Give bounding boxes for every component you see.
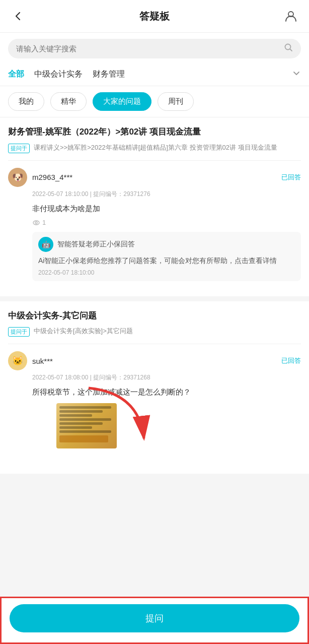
qa-user-1: 🐶 m2963_4***	[8, 168, 72, 187]
back-button[interactable]	[10, 8, 26, 24]
qa-item-1[interactable]: 🐶 m2963_4*** 已回答 2022-05-07 18:10:00 | 提…	[8, 160, 301, 288]
status-badge-1: 已回答	[281, 173, 301, 182]
block-1-meta: 提问于 课程讲义>>姚军胜>2022年基础精讲[超值精品]第六章 投资管理第02…	[8, 143, 301, 153]
category-bar: 全部 中级会计实务 财务管理	[0, 65, 309, 86]
filter-weekly[interactable]: 周刊	[158, 92, 194, 111]
qa-question-text-1: 非付现成本为啥是加	[8, 203, 301, 215]
page-title: 答疑板	[139, 10, 170, 23]
screenshot-thumbnail[interactable]	[56, 403, 117, 448]
avatar-1: 🐶	[8, 168, 27, 187]
search-input[interactable]	[16, 44, 280, 53]
svg-point-3	[35, 222, 37, 224]
app-container: 答疑板 全部 中级会计实务 财务管理	[0, 0, 309, 539]
svg-point-2	[33, 221, 39, 225]
qa-header-2: 🐱 suk*** 已回答	[8, 351, 301, 370]
filter-highlight[interactable]: 精华	[50, 92, 87, 111]
qa-question-text-2: 所得税章节，这个加加减减这一是怎么判断的？	[8, 386, 301, 398]
qa-info-2: 2022-05-07 18:08:00 | 提问编号：29371268	[8, 373, 301, 382]
category-more-icon[interactable]	[292, 69, 301, 80]
tag-tip-2: 提问于	[8, 327, 30, 337]
category-financial-management[interactable]: 财务管理	[93, 69, 125, 80]
qa-item-2[interactable]: 🐱 suk*** 已回答 2022-05-07 18:08:00 | 提问编号：…	[8, 344, 301, 466]
view-count-1: 1	[8, 219, 301, 227]
svg-point-1	[285, 44, 291, 50]
user-profile-button[interactable]	[283, 8, 299, 24]
block-2-meta: 提问于 中级会计实务[高效实验]>其它问题	[8, 326, 301, 337]
block-2-title: 中级会计实务-其它问题	[8, 309, 301, 323]
username-2: suk***	[32, 357, 53, 365]
answer-text-1: Ai智能正小保老师给您推荐了问题答案，可能会对您有所帮助，点击查看详情	[38, 255, 295, 266]
content-area: 财务管理-姚军胜（2022年）>第02讲 项目现金流量 提问于 课程讲义>>姚军…	[0, 117, 309, 539]
question-block-2: 中级会计实务-其它问题 提问于 中级会计实务[高效实验]>其它问题 🐱 suk*…	[0, 301, 309, 474]
ask-button[interactable]: 提问	[10, 604, 299, 632]
username-1: m2963_4***	[32, 173, 72, 181]
block-1-meta-text: 课程讲义>>姚军胜>2022年基础精讲[超值精品]第六章 投资管理第02讲 项目…	[34, 143, 277, 153]
filter-mine[interactable]: 我的	[8, 92, 44, 111]
status-badge-2: 已回答	[281, 356, 301, 365]
answer-time-1: 2022-05-07 18:10:00	[38, 269, 295, 276]
filter-everyone[interactable]: 大家的问题	[93, 92, 151, 111]
category-all[interactable]: 全部	[8, 69, 24, 80]
block-1-title: 财务管理-姚军胜（2022年）>第02讲 项目现金流量	[8, 125, 301, 139]
qa-user-2: 🐱 suk***	[8, 351, 53, 370]
bottom-bar: 提问	[0, 597, 309, 644]
category-intermediate-accounting[interactable]: 中级会计实务	[34, 69, 83, 80]
qa-header-1: 🐶 m2963_4*** 已回答	[8, 168, 301, 187]
header: 答疑板	[0, 0, 309, 33]
answer-name-1: 智能答疑老师正小保回答	[57, 240, 135, 249]
filter-bar: 我的 精华 大家的问题 周刊	[0, 86, 309, 117]
answer-header-1: 🤖 智能答疑老师正小保回答	[38, 237, 295, 252]
ai-avatar-1: 🤖	[38, 237, 53, 252]
search-icon	[284, 43, 293, 54]
answer-block-1[interactable]: 🤖 智能答疑老师正小保回答 Ai智能正小保老师给您推荐了问题答案，可能会对您有所…	[32, 232, 301, 281]
tag-tip-1: 提问于	[8, 144, 30, 153]
qa-info-1: 2022-05-07 18:10:00 | 提问编号：29371276	[8, 190, 301, 199]
search-input-wrapper[interactable]	[8, 39, 301, 58]
question-block-1: 财务管理-姚军胜（2022年）>第02讲 项目现金流量 提问于 课程讲义>>姚军…	[0, 117, 309, 296]
avatar-2: 🐱	[8, 351, 27, 370]
search-bar	[0, 33, 309, 65]
block-2-meta-text: 中级会计实务[高效实验]>其它问题	[34, 326, 133, 336]
